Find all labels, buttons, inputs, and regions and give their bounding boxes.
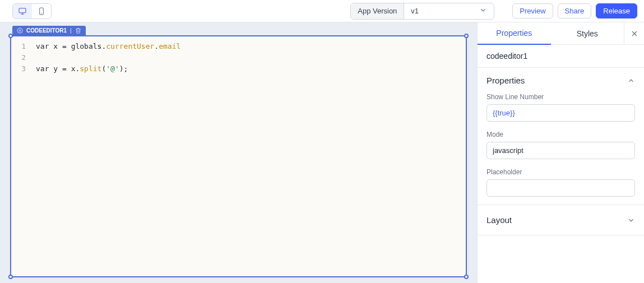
mobile-icon [37,7,46,16]
topbar-left [7,3,108,19]
monitor-icon [18,7,27,16]
tab-properties[interactable]: Properties [478,23,551,45]
field-mode: Mode [487,131,635,159]
field-mode-label: Mode [487,131,635,138]
app-version-value: v1 [411,7,419,15]
chevron-down-icon [479,6,487,16]
chevron-down-icon [627,216,635,224]
section-properties-label: Properties [487,76,525,85]
component-tag[interactable]: CODEEDITOR1 | [12,26,86,35]
field-placeholder: Placeholder [487,168,635,197]
code-line: var y = x.split('@'); [36,63,466,75]
section-layout: Layout [478,205,644,235]
app-version-label: App Version [351,3,404,19]
field-show-line-number-input[interactable] [487,104,635,122]
panel-tabs: Properties Styles [478,22,644,45]
gear-icon [17,27,23,34]
resize-handle-br[interactable] [464,275,469,279]
inspector-panel: Properties Styles codeeditor1 Properties… [477,22,644,283]
code-lines[interactable]: var x = globals.currentUser.email var y … [31,41,466,75]
field-placeholder-label: Placeholder [487,168,635,176]
code-area[interactable]: 1 2 3 var x = globals.currentUser.email … [11,36,466,79]
panel-component-name: codeeditor1 [478,45,644,68]
field-show-line-number: Show Line Number [487,93,635,122]
field-placeholder-input[interactable] [487,179,635,197]
line-number: 3 [11,63,26,75]
resize-handle-tr[interactable] [464,34,469,38]
section-layout-label: Layout [487,215,512,225]
resize-handle-tl[interactable] [8,34,13,38]
tab-styles[interactable]: Styles [551,22,624,44]
chevron-up-icon [627,77,635,85]
code-line [36,52,466,63]
panel-close-button[interactable] [624,22,644,44]
section-properties: Properties Show Line Number Mode Placeho… [478,68,644,205]
section-properties-body: Show Line Number Mode Placeholder [487,93,635,197]
release-button[interactable]: Release [596,3,637,18]
topbar-actions: Preview Share Release [512,3,637,18]
field-mode-input[interactable] [487,142,635,159]
topbar: App Version v1 Preview Share Release [0,0,644,22]
trash-icon[interactable] [75,27,81,34]
code-gutter: 1 2 3 [11,41,31,75]
component-tag-label: CODEEDITOR1 [26,27,67,34]
device-toggle-group [12,3,52,19]
app-version-group: App Version v1 [350,3,494,20]
device-mobile-button[interactable] [32,4,51,18]
svg-rect-0 [19,8,26,12]
section-layout-head[interactable]: Layout [487,215,635,225]
component-tag-separator: | [70,27,72,34]
field-show-line-number-label: Show Line Number [487,93,635,101]
main: CODEEDITOR1 | 1 2 3 var x = globals.curr… [0,22,644,283]
close-icon [630,29,639,38]
line-number: 2 [11,52,26,63]
resize-handle-bl[interactable] [8,275,13,279]
section-properties-head[interactable]: Properties [487,76,635,85]
line-number: 1 [11,41,26,52]
svg-point-5 [19,30,21,31]
device-desktop-button[interactable] [13,4,32,18]
app-version-select[interactable]: v1 [404,3,494,19]
preview-button[interactable]: Preview [512,3,553,18]
share-button[interactable]: Share [558,3,592,18]
canvas[interactable]: CODEEDITOR1 | 1 2 3 var x = globals.curr… [0,22,477,283]
code-line: var x = globals.currentUser.email [36,41,466,52]
code-editor[interactable]: 1 2 3 var x = globals.currentUser.email … [10,35,467,277]
